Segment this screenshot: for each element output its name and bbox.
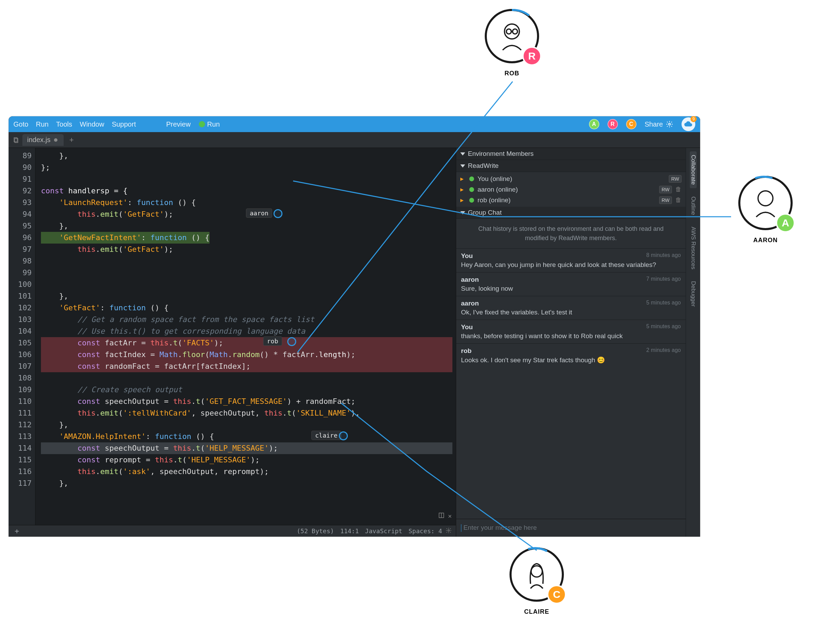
status-gear-icon[interactable] xyxy=(446,527,452,535)
menu-support[interactable]: Support xyxy=(112,120,136,128)
code-editor[interactable]: 8990919293949596979899100101102103104105… xyxy=(8,148,456,537)
main-menu: Goto Run Tools Window Support xyxy=(13,120,136,128)
badge-c: C xyxy=(547,585,566,604)
user-pill-c[interactable]: C xyxy=(626,119,637,129)
split-icon[interactable] xyxy=(438,512,444,520)
dock-outline[interactable]: Outline xyxy=(690,193,697,219)
chat-input[interactable]: Enter your message here xyxy=(456,519,686,537)
cloud-icon[interactable]: 9 xyxy=(681,117,695,131)
menu-goto[interactable]: Goto xyxy=(13,120,28,128)
cursor-ring-aaron xyxy=(274,209,282,218)
gear-icon xyxy=(666,120,673,128)
tab-bar: index.js + xyxy=(8,132,700,148)
tab-modified-dot xyxy=(54,138,57,142)
new-tab-button[interactable]: + xyxy=(66,134,77,146)
avatar-aaron: A AARON xyxy=(731,175,800,244)
status-bytes: (52 Bytes) xyxy=(297,527,334,534)
run-button[interactable]: Run xyxy=(199,120,220,128)
code-area[interactable]: },}; const handlersp = { 'LaunchRequest'… xyxy=(36,148,456,525)
statusbar-add[interactable]: + xyxy=(13,527,21,535)
chat-message: You8 minutes agoHey Aaron, can you jump … xyxy=(456,248,686,272)
cursor-tag-rob: rob xyxy=(263,337,282,346)
collaborate-panel: Environment Members ReadWrite ▸You (onli… xyxy=(456,148,700,537)
chat-message: aaron5 minutes agoOk, I've fixed the var… xyxy=(456,296,686,320)
menu-tools[interactable]: Tools xyxy=(56,120,72,128)
badge-r: R xyxy=(522,46,542,66)
avatar-rob: R ROB xyxy=(477,8,546,77)
section-readwrite[interactable]: ReadWrite xyxy=(456,160,686,172)
share-button[interactable]: Share xyxy=(645,120,673,128)
status-pos: 114:1 xyxy=(340,527,359,534)
dock-aws[interactable]: AWS Resources xyxy=(690,223,697,273)
user-pill-a[interactable]: A xyxy=(589,119,599,129)
status-lang[interactable]: JavaScript xyxy=(365,527,402,534)
menu-run[interactable]: Run xyxy=(36,120,49,128)
topbar: Goto Run Tools Window Support Preview Ru… xyxy=(8,116,700,132)
section-group-chat[interactable]: Group Chat xyxy=(456,207,686,219)
cursor-ring-rob xyxy=(287,337,296,346)
chat-history-note: Chat history is stored on the environmen… xyxy=(456,219,686,248)
statusbar: + (52 Bytes) 114:1 JavaScript Spaces: 4 … xyxy=(8,525,456,537)
dock-collaborate[interactable]: Collaborate xyxy=(690,151,697,188)
preview-button[interactable]: Preview xyxy=(166,120,191,128)
badge-a: A xyxy=(776,213,795,232)
section-env-members[interactable]: Environment Members xyxy=(456,148,686,160)
svg-point-12 xyxy=(448,530,450,531)
file-tab-label: index.js xyxy=(27,136,51,144)
documents-icon[interactable] xyxy=(12,136,20,144)
chat-message: rob2 minutes agoLooks ok. I don't see my… xyxy=(456,343,686,368)
svg-point-9 xyxy=(668,123,671,125)
cursor-tag-aaron: aaron xyxy=(246,208,272,218)
avatar-claire: C CLAIRE xyxy=(502,547,571,615)
member-row[interactable]: ▸rob (online)RW🗑 xyxy=(456,195,686,205)
chat-message: You5 minutes agothanks, before testing i… xyxy=(456,320,686,343)
cursor-tag-claire: claire xyxy=(311,431,341,440)
user-pill-r[interactable]: R xyxy=(607,119,618,129)
member-row[interactable]: ▸You (online)RW xyxy=(456,173,686,184)
gutter: 8990919293949596979899100101102103104105… xyxy=(8,148,36,525)
dock-debugger[interactable]: Debugger xyxy=(690,278,697,310)
file-tab[interactable]: index.js xyxy=(22,134,64,146)
menu-window[interactable]: Window xyxy=(80,120,104,128)
close-panel-icon[interactable]: ✕ xyxy=(448,512,452,520)
cursor-ring-claire xyxy=(339,432,348,440)
ide-window: Goto Run Tools Window Support Preview Ru… xyxy=(8,116,700,537)
status-spaces[interactable]: Spaces: 4 xyxy=(408,527,442,534)
member-row[interactable]: ▸aaron (online)RW🗑 xyxy=(456,184,686,195)
chat-message: aaron7 minutes agoSure, looking now xyxy=(456,272,686,296)
dock: Collaborate Outline AWS Resources Debugg… xyxy=(686,148,700,537)
